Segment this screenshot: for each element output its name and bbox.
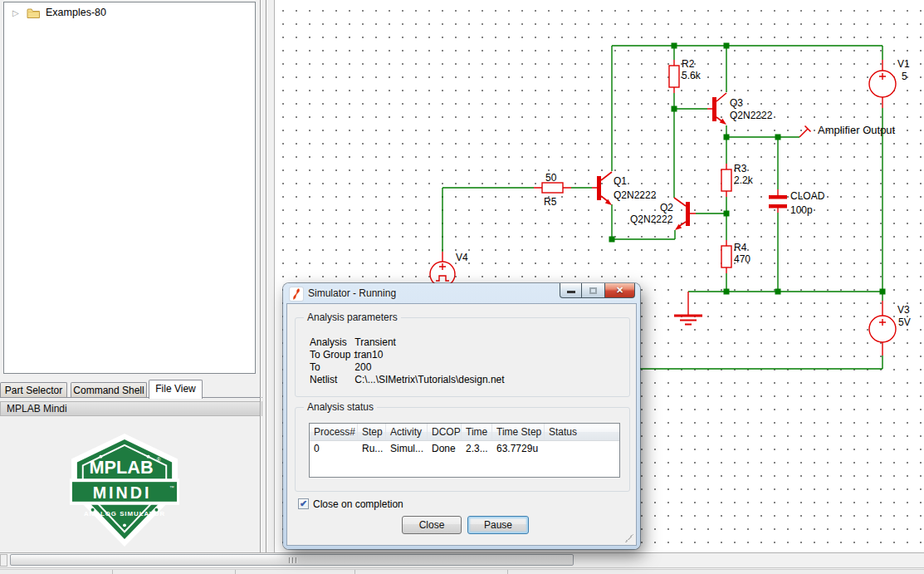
tab-part-selector[interactable]: Part Selector [0,382,67,398]
label-cload-ref: CLOAD [790,190,825,202]
tree-item-label: Examples-80 [46,7,106,18]
col-activity[interactable]: Activity [386,424,428,440]
component-r5[interactable] [542,183,563,193]
label-v3-val: 5V [898,316,911,328]
dialog-client-area: Analysis parameters Analysis Transient T… [286,303,637,546]
titlebar-close-button[interactable]: ✕ [604,283,635,298]
status-strip-separator [235,570,236,574]
group-label: Analysis status [304,401,377,413]
tab-command-shell[interactable]: Command Shell [71,382,147,398]
label-q2-ref: Q2 [660,202,673,213]
logo-brand: MPLAB [90,457,154,478]
expand-arrow-icon[interactable]: ▷ [12,8,19,17]
scrollbar-grip-icon [292,557,293,563]
cell-status [545,442,618,456]
component-q3[interactable] [712,93,726,125]
label-q3-ref: Q3 [730,97,743,109]
col-time-step[interactable]: Time Step [492,424,545,440]
file-tree[interactable]: ▷ Examples-80 [3,2,256,374]
label-r3-val: 2.2k [734,174,754,186]
param-row-to-group: To Group : tran10 [310,349,383,361]
label-cload-val: 100p [790,204,813,216]
status-strip-separator [507,570,508,574]
label-q1-val: Q2N2222 [614,189,657,201]
scrollbar-thumb[interactable] [10,554,574,566]
param-label: To Group : [310,349,352,361]
label-r5-val: 50 [545,172,557,184]
label-q1-ref: Q1 [614,175,627,187]
col-time[interactable]: Time [462,424,492,440]
tabstrip-divider [0,397,262,398]
output-probe[interactable] [799,126,811,138]
label-q2-val: Q2N2222 [630,213,673,225]
caption-buttons: ✕ [560,283,635,298]
logo-tagline: ANALOG SIMULATOR [84,510,165,518]
component-q1[interactable] [597,172,612,205]
component-r4[interactable] [721,246,731,267]
param-value: Transient [354,336,396,348]
param-label: Analysis [310,336,352,348]
param-row-analysis: Analysis Transient [310,336,396,348]
component-v1[interactable] [869,71,896,97]
pause-button[interactable]: Pause [467,516,529,534]
logo-reg: ® [156,457,160,463]
tree-item-examples-80[interactable]: ▷ Examples-80 [4,6,255,22]
resize-grip[interactable] [625,534,633,542]
cell-time: 2.3... [462,442,492,456]
app-root: { "icons": { "tree_expand": "▷", "close_… [0,0,924,574]
close-on-completion-checkbox[interactable]: ✔ [298,498,309,509]
component-q2[interactable] [674,198,690,230]
param-label: To [310,361,352,373]
minimize-icon [567,291,575,293]
label-r4-ref: R4 [734,242,747,253]
label-r3-ref: R3 [734,163,747,174]
col-step[interactable]: Step [358,424,386,440]
scrollbar-grip-icon [289,557,290,563]
status-table-row[interactable]: 0 Ru... Simul... Done 2.3... 63.7729u [310,442,619,456]
dialog-title: Simulator - Running [308,287,396,299]
param-value: 200 [354,361,371,373]
col-status[interactable]: Status [545,424,618,440]
logo-product: MINDI [93,483,152,502]
ground-symbol[interactable] [674,316,702,325]
label-v4-ref: V4 [456,252,468,263]
panel-splitter[interactable] [260,0,261,552]
param-row-to: To 200 [310,361,371,373]
cell-dcop: Done [428,442,462,456]
file-view-panel: ▷ Examples-80 Part Selector Command Shel… [0,0,274,552]
param-value: C:\...\SIMetrix\Tutorials\design.net [354,374,504,385]
status-table: Process# Step Activity DCOP Time Time St… [309,423,620,478]
cell-process: 0 [310,442,358,456]
status-strip-separator [354,570,355,574]
maximize-button[interactable] [582,283,604,298]
col-dcop[interactable]: DCOP [428,424,462,440]
label-q3-val: Q2N2222 [730,110,773,121]
status-strip-separator [112,570,113,574]
tab-file-view[interactable]: File View [149,380,203,399]
panel-splitter-groove[interactable] [266,0,266,552]
label-v1-ref: V1 [897,58,910,70]
checkbox-label: Close on completion [313,498,403,510]
status-table-header: Process# Step Activity DCOP Time Time St… [310,424,619,441]
col-process[interactable]: Process# [310,424,358,440]
mplab-mindi-logo: MPLAB ® MINDI ™ ANALOG SIMULATOR [70,434,179,548]
component-v3[interactable] [869,316,896,342]
scrollbar-corner [0,554,7,567]
label-output: Amplifier Output [818,124,896,136]
logo-tm: ™ [169,485,174,490]
cell-activity: Simul... [386,442,428,456]
param-value: tran10 [354,349,383,361]
dialog-close-button[interactable]: Close [402,516,462,534]
component-cload[interactable] [769,195,787,209]
label-v3-ref: V3 [897,304,910,316]
component-r2[interactable] [669,66,679,87]
minimize-button[interactable] [560,283,582,298]
maximize-icon [589,287,597,294]
cell-time-step: 63.7729u [492,442,545,456]
simetrix-app-icon [290,287,303,301]
param-row-netlist: Netlist C:\...\SIMetrix\Tutorials\design… [310,374,505,385]
simulator-dialog: Simulator - Running ✕ Analysis parameter… [283,283,640,549]
folder-icon [27,7,41,22]
component-r3[interactable] [721,169,731,191]
status-strip [0,569,924,574]
